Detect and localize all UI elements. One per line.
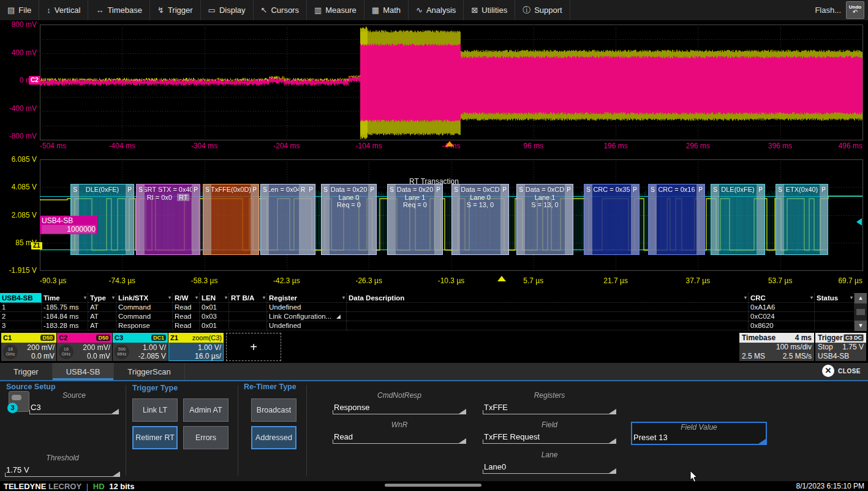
- zoom-z1-indicator[interactable]: Z1: [31, 242, 42, 249]
- statusbar-handle[interactable]: [385, 484, 481, 487]
- column-header-status[interactable]: Status▾: [815, 293, 855, 303]
- menu-item-label: Support: [534, 6, 562, 15]
- source-select[interactable]: Source C3: [29, 391, 119, 414]
- tab-triggerscan[interactable]: TriggerScan: [114, 363, 184, 380]
- cmdnotresp-value: Response: [334, 403, 370, 412]
- menu-item-vertical[interactable]: ↕Vertical: [39, 0, 88, 20]
- column-header-r-w[interactable]: R/W▾: [173, 293, 200, 303]
- decode-bubble[interactable]: SLen = 0x04RP: [260, 184, 315, 255]
- wnr-select[interactable]: WnRRead: [333, 421, 466, 444]
- brand-teledyne: TELEDYNE: [4, 482, 46, 491]
- trigger-position-marker[interactable]: [445, 141, 454, 147]
- y-axis-tick-label: -800 mV: [0, 132, 37, 140]
- menu-item-label: Math: [383, 6, 401, 15]
- scroll-down-button[interactable]: ▼: [855, 321, 867, 331]
- sort-caret-icon: ▾: [850, 293, 853, 303]
- menu-item-display[interactable]: ▭Display: [201, 0, 254, 20]
- column-header-rt-b-a[interactable]: RT B/A▾: [229, 293, 267, 303]
- divider: [306, 385, 307, 476]
- cmdnotresp-select[interactable]: CmdNotRespResponse: [333, 391, 466, 414]
- broadcast-button[interactable]: Broadcast: [251, 398, 296, 422]
- channel-c2-indicator[interactable]: C2: [29, 76, 40, 85]
- tab-trigger[interactable]: Trigger: [0, 363, 53, 380]
- timebase-samples: 2.5 MS: [742, 352, 765, 361]
- table-row[interactable]: 2-184.84 msATCommandRead0x03Link Configu…: [0, 312, 868, 321]
- menu-item-math[interactable]: ▦Math: [364, 0, 409, 20]
- menu-item-timebase[interactable]: ↔Timebase: [88, 0, 150, 20]
- source-label: Source: [29, 391, 119, 400]
- decode-bubble[interactable]: SETX(0x40)P: [776, 184, 828, 255]
- start-flag: S: [203, 185, 211, 254]
- table-row[interactable]: 1-185.75 msATCommandRead0x01Undefined0xA…: [0, 303, 868, 312]
- menu-item-support[interactable]: ⓘSupport: [515, 0, 570, 20]
- end-flag: P: [307, 185, 315, 254]
- undo-button[interactable]: Undo ↶: [846, 1, 864, 19]
- scroll-up-button[interactable]: ▲: [855, 293, 867, 303]
- timebase-descriptor[interactable]: Timebase 4 ms 100 ms/div 2.5 MS 2.5 MS/s: [739, 333, 814, 361]
- math-icon: ▦: [372, 6, 379, 15]
- menu-item-analysis[interactable]: ∿Analysis: [409, 0, 464, 20]
- table-cell: -184.84 ms: [42, 312, 88, 321]
- bubble-body: SRT STX = 0x40RI = 0x0RT: [145, 185, 192, 254]
- menu-item-measure[interactable]: ▥Measure: [307, 0, 364, 20]
- decode-bubble[interactable]: SDLE(0xFE)P: [711, 184, 765, 255]
- column-header-time[interactable]: Time▾: [42, 293, 88, 303]
- probe-icon[interactable]: 3: [9, 391, 29, 412]
- link-lt-button[interactable]: Link LT: [132, 398, 178, 422]
- menu-item-trigger[interactable]: ↯Trigger: [150, 0, 201, 20]
- decode-bubble[interactable]: SData = 0x20Lane 0Req = 0P: [321, 184, 377, 255]
- lane-select[interactable]: LaneLane0: [483, 451, 616, 474]
- column-header-type[interactable]: Type▾: [88, 293, 116, 303]
- table-scrollbar[interactable]: ▲ ▼: [855, 293, 867, 331]
- column-header-crc[interactable]: CRC▾: [749, 293, 815, 303]
- descriptor-c3[interactable]: C3DC1500MHz1.00 V/-2.085 V: [113, 333, 168, 361]
- decode-bubble[interactable]: SCRC = 0x35P: [584, 184, 640, 255]
- zoom-trigger-marker[interactable]: [497, 276, 506, 281]
- analog-waveform-grid[interactable]: [0, 20, 868, 153]
- field-select[interactable]: FieldTxFFE Request: [483, 421, 616, 444]
- registers-select[interactable]: RegistersTxFFE: [483, 391, 616, 414]
- admin-at-button[interactable]: Admin AT: [183, 398, 228, 422]
- close-button[interactable]: ✕ CLOSE: [822, 365, 861, 377]
- descriptor-header: C2D50: [57, 333, 112, 343]
- descriptor-z1[interactable]: Z1zoom(C3)1.00 V/16.0 µs/: [168, 333, 224, 361]
- column-header-data-description[interactable]: Data Description▾: [347, 293, 749, 303]
- scroll-thumb[interactable]: [856, 309, 865, 315]
- table-corner-cell[interactable]: USB4-SB: [0, 293, 42, 303]
- retimer-rt-button[interactable]: Retimer RT: [132, 426, 178, 449]
- field-value-select[interactable]: Field Value Preset 13: [631, 422, 767, 445]
- decode-bubble[interactable]: SSRT STX = 0x40RI = 0x0RTP: [136, 184, 200, 255]
- decode-bubble[interactable]: SCRC = 0x16P: [648, 184, 705, 255]
- menu-item-utilities[interactable]: ⊠Utilities: [464, 0, 515, 20]
- table-row[interactable]: 3-183.28 msATResponseRead0x01Undefined0x…: [0, 321, 868, 330]
- sort-caret-icon: ▾: [84, 293, 86, 303]
- trigger-descriptor[interactable]: Trigger C3 DC Stop 1.75 V USB4-SB: [815, 333, 866, 361]
- threshold-select[interactable]: Threshold 1.75 V: [5, 454, 120, 477]
- expand-icon[interactable]: ◢: [336, 312, 341, 321]
- brand-separator: |: [86, 482, 88, 491]
- timebase-rate: 100 ms/div: [776, 343, 812, 352]
- column-header-register[interactable]: Register▾: [267, 293, 347, 303]
- close-label: CLOSE: [838, 368, 861, 375]
- descriptor-c2[interactable]: C2D5016GHz200 mV/0.0 mV: [57, 333, 112, 361]
- descriptor-id: C3: [115, 334, 123, 341]
- decoder-tag[interactable]: USB4-SB 1000000: [40, 216, 97, 234]
- sort-caret-icon: ▾: [168, 293, 171, 303]
- bubble-body: Data = 0x20Lane 0Req = 0: [330, 185, 368, 254]
- add-trace-button[interactable]: +: [226, 333, 281, 361]
- x-axis-tick-label: -90.3 µs: [40, 276, 67, 285]
- column-header-link-stx[interactable]: Link/STX▾: [116, 293, 173, 303]
- decode-bubble[interactable]: STxFFE(0x0D)P: [203, 184, 259, 255]
- decode-bubble[interactable]: SData = 0xCDLane 0S = 13, 0P: [451, 184, 509, 255]
- decode-bubble[interactable]: SData = 0xCDLane 1S = 13, 0P: [516, 184, 573, 255]
- bubble-label: Data = 0x20: [331, 186, 368, 193]
- decode-bubble[interactable]: SData = 0x20Lane 1Req = 0P: [387, 184, 443, 255]
- descriptor-c1[interactable]: C1D5016GHz200 mV/0.0 mV: [1, 333, 56, 361]
- menu-item-file[interactable]: ▤File: [0, 0, 39, 20]
- tab-usb4-sb[interactable]: USB4-SB: [53, 363, 115, 380]
- bubble-label: CRC = 0x16: [658, 186, 695, 193]
- column-header-len[interactable]: LEN▾: [200, 293, 229, 303]
- menu-item-cursors[interactable]: ↖Cursors: [254, 0, 307, 20]
- errors-button[interactable]: Errors: [183, 426, 228, 449]
- addressed-button[interactable]: Addressed: [251, 426, 296, 449]
